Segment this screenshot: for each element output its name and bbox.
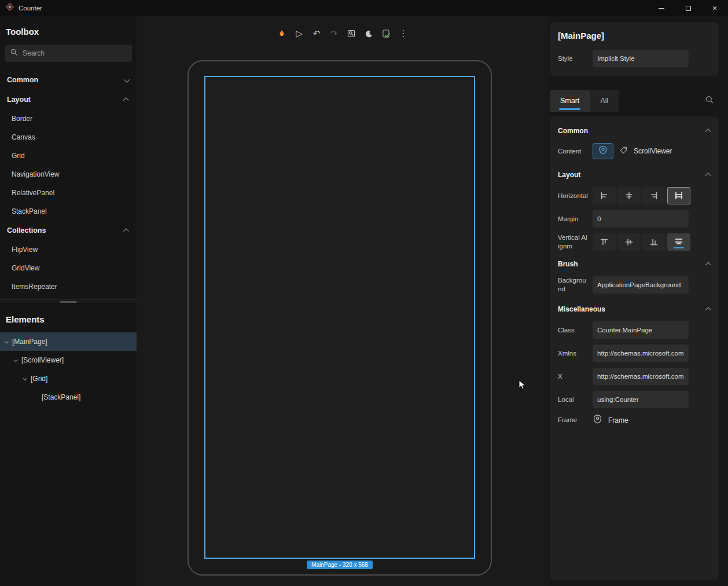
style-label: Style bbox=[558, 54, 588, 63]
inspect-element-button[interactable] bbox=[344, 27, 358, 41]
toolbox-item-canvas[interactable]: Canvas bbox=[0, 128, 137, 146]
content-label: Content bbox=[558, 147, 588, 156]
align-bottom-button[interactable] bbox=[642, 233, 666, 251]
toolbox-item-stackpanel[interactable]: StackPanel bbox=[0, 202, 137, 221]
tree-item-mainpage[interactable]: [MainPage] bbox=[0, 332, 137, 351]
search-input[interactable] bbox=[23, 49, 127, 57]
margin-label: Margin bbox=[558, 215, 588, 224]
toolbox-item-gridview[interactable]: GridView bbox=[0, 259, 137, 277]
hot-reload-button[interactable] bbox=[275, 27, 289, 41]
align-center-button[interactable] bbox=[617, 187, 641, 204]
toolbox-title: Toolbox bbox=[0, 16, 137, 45]
element-type-button[interactable] bbox=[593, 143, 613, 159]
horizontal-alignment-group bbox=[593, 187, 690, 204]
tab-smart[interactable]: Smart bbox=[550, 90, 590, 112]
section-miscellaneous[interactable]: Miscellaneous bbox=[558, 302, 711, 317]
section-common[interactable]: Common bbox=[558, 123, 711, 138]
background-input[interactable] bbox=[593, 276, 689, 294]
window-title: Counter bbox=[19, 5, 42, 12]
toolbox-search[interactable] bbox=[5, 45, 132, 62]
panel-splitter[interactable] bbox=[0, 299, 137, 304]
validation-status-button[interactable] bbox=[379, 27, 393, 41]
device-frame: MainPage - 320 x 568 bbox=[187, 60, 492, 576]
toolbox-item-label: ItemsRepeater bbox=[12, 283, 57, 291]
chevron-up-icon bbox=[123, 97, 129, 103]
search-icon[interactable] bbox=[705, 95, 714, 107]
titlebar: Counter × bbox=[0, 0, 728, 16]
page-design-surface[interactable] bbox=[204, 76, 475, 559]
tree-item-scrollviewer[interactable]: [ScrollViewer] bbox=[0, 351, 137, 369]
margin-input[interactable] bbox=[593, 210, 689, 228]
tree-item-grid[interactable]: [Grid] bbox=[0, 369, 137, 388]
toolbox-section-collections[interactable]: Collections bbox=[0, 221, 137, 240]
elements-title: Elements bbox=[0, 304, 137, 332]
section-layout[interactable]: Layout bbox=[558, 167, 711, 182]
page-size-badge: MainPage - 320 x 568 bbox=[307, 561, 373, 569]
chevron-down-icon bbox=[124, 76, 130, 82]
tree-item-label: [MainPage] bbox=[12, 338, 47, 346]
align-top-button[interactable] bbox=[593, 233, 616, 251]
tag-icon[interactable] bbox=[619, 146, 628, 157]
tree-item-stackpanel[interactable]: [StackPanel] bbox=[0, 388, 137, 406]
toolbox-item-flipview[interactable]: FlipView bbox=[0, 240, 137, 259]
section-label: Brush bbox=[558, 260, 578, 268]
class-label: Class bbox=[558, 326, 588, 335]
toolbox-item-label: NavigationView bbox=[12, 170, 60, 178]
undo-button[interactable]: ↶ bbox=[310, 27, 323, 41]
splitter-grip-icon bbox=[60, 301, 77, 303]
chevron-down-icon[interactable] bbox=[5, 339, 9, 343]
toolbox-item-navigationview[interactable]: NavigationView bbox=[0, 165, 137, 184]
frame-value: Frame bbox=[608, 416, 628, 424]
mouse-cursor bbox=[519, 380, 529, 393]
play-icon: ▷ bbox=[296, 28, 303, 39]
tree-item-label: [StackPanel] bbox=[42, 393, 80, 401]
theme-toggle-button[interactable] bbox=[362, 27, 376, 41]
chevron-up-icon bbox=[705, 307, 711, 313]
ellipsis-icon: ⋮ bbox=[399, 28, 408, 39]
class-input[interactable] bbox=[593, 321, 689, 339]
x-label: X bbox=[558, 372, 588, 381]
horizontal-alignment-label: Horizontal bbox=[558, 192, 588, 200]
tab-all[interactable]: All bbox=[590, 90, 619, 112]
chevron-down-icon[interactable] bbox=[23, 376, 27, 380]
toolbox-section-common[interactable]: Common bbox=[0, 70, 137, 90]
align-stretch-vertical-button[interactable] bbox=[667, 233, 690, 251]
content-value: ScrollViewer bbox=[634, 147, 672, 155]
more-options-button[interactable]: ⋮ bbox=[396, 27, 410, 41]
minimize-icon bbox=[659, 8, 664, 9]
toolbox-item-grid[interactable]: Grid bbox=[0, 146, 137, 165]
toolbox-item-label: GridView bbox=[12, 264, 39, 272]
section-label: Layout bbox=[7, 96, 31, 104]
toolbox-item-label: RelativePanel bbox=[12, 189, 54, 197]
align-stretch-button[interactable] bbox=[667, 187, 690, 204]
chevron-up-icon bbox=[705, 129, 711, 134]
toolbox-section-layout[interactable]: Layout bbox=[0, 90, 137, 109]
align-middle-button[interactable] bbox=[617, 233, 641, 251]
minimize-button[interactable] bbox=[648, 0, 675, 16]
toolbox-item-itemsrepeater[interactable]: ItemsRepeater bbox=[0, 277, 137, 296]
local-label: Local bbox=[558, 395, 588, 404]
play-button[interactable]: ▷ bbox=[292, 27, 306, 41]
section-label: Common bbox=[7, 76, 38, 84]
inspector-tabs: Smart All bbox=[550, 90, 719, 112]
xmlns-input[interactable] bbox=[593, 345, 689, 362]
local-input[interactable] bbox=[593, 391, 689, 408]
section-brush[interactable]: Brush bbox=[558, 257, 711, 272]
x-input[interactable] bbox=[593, 368, 689, 385]
toolbox-item-border[interactable]: Border bbox=[0, 109, 137, 128]
close-button[interactable]: × bbox=[701, 0, 728, 16]
vertical-alignment-label: Vertical Alignm bbox=[558, 233, 588, 251]
toolbox-item-label: Canvas bbox=[12, 133, 35, 141]
style-input[interactable] bbox=[593, 50, 689, 67]
redo-button[interactable]: ↷ bbox=[327, 27, 341, 41]
property-inspector: [MainPage] Style Smart All Common Conten… bbox=[549, 16, 728, 586]
toolbox-item-relativepanel[interactable]: RelativePanel bbox=[0, 184, 137, 202]
maximize-button[interactable] bbox=[675, 0, 701, 16]
uno-logo-icon bbox=[598, 145, 608, 157]
chevron-down-icon[interactable] bbox=[14, 358, 18, 362]
elements-panel: Elements [MainPage] [ScrollViewer] [Grid… bbox=[0, 304, 137, 586]
align-left-button[interactable] bbox=[593, 187, 616, 204]
moon-icon bbox=[365, 30, 373, 38]
design-canvas[interactable]: ▷ ↶ ↷ ⋮ MainPage - 320 x 568 bbox=[137, 16, 549, 586]
align-right-button[interactable] bbox=[642, 187, 666, 204]
